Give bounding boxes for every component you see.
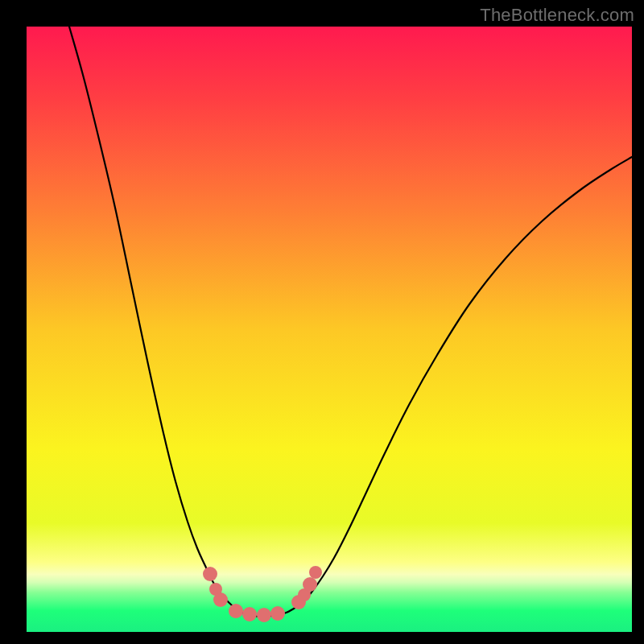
data-marker [229, 604, 243, 618]
data-marker [257, 608, 271, 622]
plot-area [27, 27, 632, 632]
data-marker [203, 567, 217, 581]
gradient-background [27, 27, 632, 632]
data-marker [270, 606, 285, 621]
data-marker [309, 566, 322, 579]
data-marker [213, 592, 228, 607]
watermark-text: TheBottleneck.com [480, 5, 634, 26]
data-marker [303, 577, 317, 592]
chart-svg [27, 27, 632, 632]
outer-frame: TheBottleneck.com [0, 0, 644, 644]
data-marker [242, 607, 257, 621]
